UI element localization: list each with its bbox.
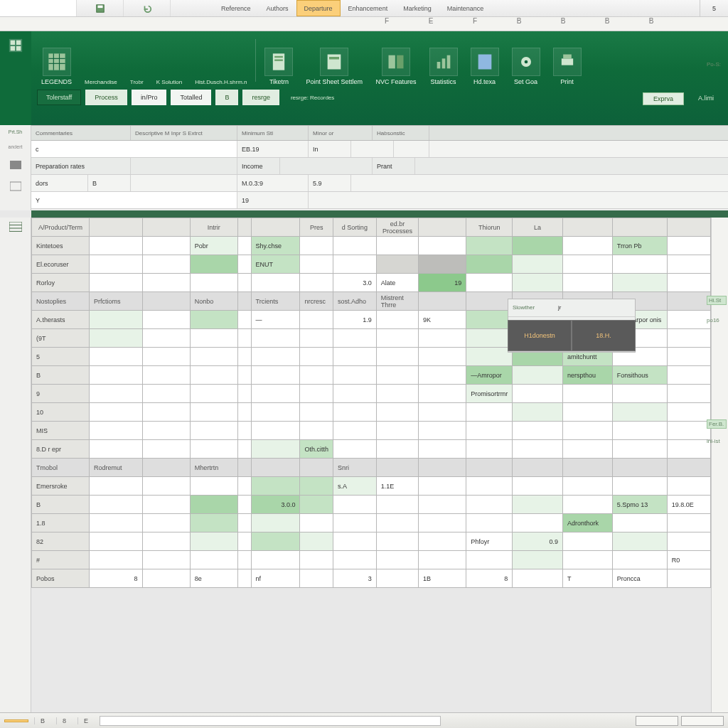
col-letter[interactable]: B xyxy=(600,17,614,31)
cell[interactable] xyxy=(562,551,612,569)
cell[interactable] xyxy=(667,422,710,440)
cell[interactable] xyxy=(419,329,466,348)
cell[interactable]: 3.0.0 xyxy=(251,496,300,514)
cell[interactable] xyxy=(513,255,563,274)
cell[interactable] xyxy=(612,514,667,532)
cell[interactable] xyxy=(300,551,333,569)
ribbon-group-point[interactable]: Point Sheet Settlements xyxy=(301,48,367,85)
cell[interactable]: Snri xyxy=(333,459,377,477)
cell[interactable] xyxy=(300,329,333,348)
cell[interactable] xyxy=(376,329,418,348)
col-header[interactable]: Pres xyxy=(300,218,333,237)
cell[interactable]: Fonsithous xyxy=(612,366,667,385)
cell[interactable]: Oth.citth xyxy=(300,440,333,459)
row-header[interactable]: A.therasts xyxy=(32,311,90,329)
cell[interactable] xyxy=(251,514,300,532)
ribbon-group-tiketrn[interactable]: Tiketrn xyxy=(260,48,297,85)
panel-cell[interactable]: dors xyxy=(31,175,88,191)
dark-cell[interactable]: 18.H. xyxy=(572,320,636,351)
row-header[interactable]: 9 xyxy=(32,385,90,403)
row-header[interactable]: Kintetoes xyxy=(32,237,90,255)
cell[interactable] xyxy=(466,237,513,255)
cell[interactable] xyxy=(251,403,300,422)
cell[interactable]: —Amropor xyxy=(466,366,513,385)
cell[interactable] xyxy=(376,385,418,403)
cell[interactable]: Alate xyxy=(376,274,418,292)
ribbon-pill-exprva[interactable]: Exprva xyxy=(643,92,684,105)
cell[interactable] xyxy=(251,459,300,477)
cell[interactable] xyxy=(419,366,466,385)
cell[interactable] xyxy=(419,551,466,569)
cell[interactable] xyxy=(466,459,513,477)
row-header[interactable]: Nostoplies xyxy=(32,292,90,311)
panel-cell[interactable] xyxy=(351,141,394,157)
cell[interactable] xyxy=(237,403,251,422)
ribbon-subtab[interactable]: in/Pro xyxy=(132,90,167,105)
cell[interactable] xyxy=(142,385,190,403)
cell[interactable] xyxy=(237,440,251,459)
cell[interactable] xyxy=(667,311,710,329)
cell[interactable] xyxy=(667,329,710,348)
app-icon[interactable] xyxy=(6,36,26,55)
cell[interactable] xyxy=(612,440,667,459)
cell[interactable] xyxy=(376,551,418,569)
cell[interactable] xyxy=(142,292,190,311)
ribbon-group-setgoa[interactable]: Set Goa xyxy=(508,48,545,85)
cell[interactable] xyxy=(142,551,190,569)
col-header[interactable] xyxy=(562,218,612,237)
cell[interactable] xyxy=(90,477,142,496)
ribbon-group-legends[interactable]: LEGENDS xyxy=(37,48,76,85)
cell[interactable] xyxy=(237,274,251,292)
cell[interactable]: — xyxy=(251,311,300,329)
panel-cell[interactable]: In xyxy=(309,141,351,157)
panel-cell[interactable]: c xyxy=(31,141,237,157)
cell[interactable] xyxy=(333,348,377,366)
cell[interactable] xyxy=(667,459,710,477)
cell[interactable] xyxy=(333,366,377,385)
cell[interactable]: ENUT xyxy=(251,255,300,274)
cell[interactable] xyxy=(376,569,418,588)
panel-cell[interactable]: 19 xyxy=(237,192,309,208)
cell[interactable] xyxy=(667,348,710,366)
cell[interactable] xyxy=(333,422,377,440)
col-letter[interactable]: F xyxy=(468,17,482,31)
cell[interactable] xyxy=(300,366,333,385)
cell[interactable] xyxy=(419,459,466,477)
col-header[interactable]: Thiorun xyxy=(466,218,513,237)
cell[interactable] xyxy=(90,496,142,514)
cell[interactable] xyxy=(667,403,710,422)
sheet-tab-active[interactable] xyxy=(4,719,28,722)
cell[interactable] xyxy=(190,514,237,532)
cell[interactable] xyxy=(419,255,466,274)
cell[interactable] xyxy=(90,311,142,329)
panel-cell[interactable]: Preparation rates xyxy=(31,158,131,174)
col-header[interactable] xyxy=(667,218,710,237)
row-header[interactable]: Tmobol xyxy=(32,459,90,477)
cell[interactable]: nrcresc xyxy=(300,292,333,311)
cell[interactable] xyxy=(376,348,418,366)
cell[interactable] xyxy=(513,274,563,292)
ribbon-group-ksol[interactable]: K Solution xyxy=(152,58,186,85)
cell[interactable] xyxy=(419,440,466,459)
cell[interactable] xyxy=(466,292,513,311)
cell[interactable] xyxy=(142,514,190,532)
cell[interactable]: s.A xyxy=(333,477,377,496)
cell[interactable] xyxy=(513,477,563,496)
cell[interactable] xyxy=(190,255,237,274)
cell[interactable] xyxy=(612,403,667,422)
tab-departure[interactable]: Departure xyxy=(296,0,341,16)
cell[interactable] xyxy=(142,532,190,551)
row-header[interactable]: # xyxy=(32,551,90,569)
cell[interactable]: Mistrent Thrre xyxy=(376,292,418,311)
cell[interactable] xyxy=(333,255,377,274)
ribbon-subtab[interactable]: Process xyxy=(85,90,127,105)
cell[interactable] xyxy=(237,255,251,274)
cell[interactable] xyxy=(190,496,237,514)
cell[interactable] xyxy=(190,551,237,569)
cell[interactable] xyxy=(90,366,142,385)
cell[interactable] xyxy=(237,292,251,311)
cell[interactable] xyxy=(90,385,142,403)
cell[interactable] xyxy=(90,422,142,440)
qat-right-box[interactable]: 5 xyxy=(700,0,728,16)
cell[interactable]: Shy.chse xyxy=(251,237,300,255)
